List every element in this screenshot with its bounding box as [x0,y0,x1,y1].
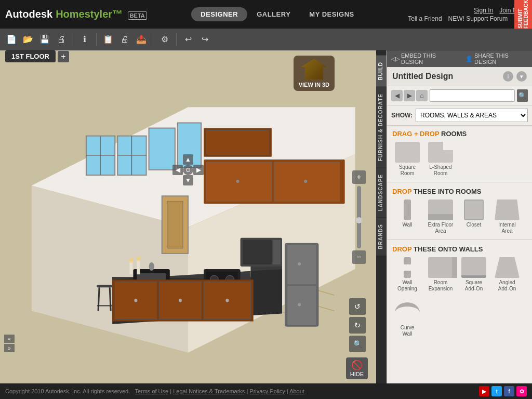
tab-landscape[interactable]: LANDSCAPE [376,168,387,217]
item-closet[interactable]: Closet [459,200,489,234]
copy-button[interactable]: 📋 [101,32,115,47]
search-go-button[interactable]: 🔍 [517,89,528,102]
item-internal-area[interactable]: InternalArea [492,200,522,234]
nav-left-button[interactable]: ◀ [172,165,183,175]
svg-point-45 [298,303,301,306]
svg-rect-43 [287,286,316,325]
nav-up-button[interactable]: ▲ [183,154,193,165]
search-nav: ◀ ▶ ⌂ [391,90,428,101]
rotate-cw-button[interactable]: ↻ [349,317,366,334]
show-label: SHOW: [391,112,413,119]
search-forward-button[interactable]: ▶ [404,90,415,101]
zoom-slider[interactable] [357,186,361,248]
nav-links: DESIGNER GALLERY MY DESIGNS [191,7,363,21]
support-forum-link[interactable]: NEW! Support Forum [448,15,508,22]
svg-rect-12 [149,128,175,170]
search-home-button[interactable]: ⌂ [416,90,428,101]
svg-rect-26 [206,130,269,155]
item-square-room[interactable]: SquareRoom [392,142,422,177]
item-curve-wall[interactable]: CurveWall [392,298,422,337]
sign-in-link[interactable]: Sign In [474,7,493,14]
logo-homestyler: Homestyler™ BETA [56,8,147,20]
svg-rect-39 [243,240,272,264]
collapse-down-button[interactable]: » [4,344,15,352]
undo-button[interactable]: ↩ [181,32,195,47]
export-button[interactable]: 📤 [134,32,149,47]
item-room-expansion[interactable]: RoomExpansion [425,257,456,292]
svg-rect-57 [129,261,132,274]
svg-line-54 [98,287,99,311]
item-wall-opening[interactable]: WallOpening [392,257,422,292]
collapse-up-button[interactable]: « [4,335,15,343]
design-title-bar: Untitled Design i ▾ [387,67,532,86]
zoom-in-button[interactable]: + [352,170,366,184]
svg-point-51 [179,299,182,302]
view-3d-button[interactable]: VIEW IN 3D [294,56,335,91]
nav-right-button[interactable]: ▶ [193,165,204,175]
new-button[interactable]: 📄 [4,32,19,47]
youtube-icon[interactable]: ▶ [479,386,489,396]
print-button[interactable]: 🖨 [54,32,69,47]
svg-rect-19 [167,201,183,248]
item-angled-addon[interactable]: AngledAdd-On [492,257,522,292]
nav-designer[interactable]: DESIGNER [191,7,247,21]
action-buttons: ↺ ↻ 🔍 [349,298,366,352]
facebook-icon[interactable]: f [504,386,514,396]
rotate-ccw-button[interactable]: ↺ [349,298,366,315]
design-options-button[interactable]: ▾ [516,71,527,82]
share2-button[interactable]: 🖨 [117,32,132,47]
share-button[interactable]: 👤 SHARE THIS DESIGN [466,52,528,65]
twitter-icon[interactable]: t [491,386,502,396]
search-back-button[interactable]: ◀ [391,90,403,101]
svg-point-52 [225,299,229,302]
svg-point-44 [298,262,301,265]
drop-walls-grid-2: CurveWall [387,296,532,341]
logo-beta: BETA [128,11,147,20]
section-drop-rooms-header: DROP THESE INTO ROOMS [387,183,532,197]
legal-link[interactable]: Legal Notices & Trademarks [173,388,245,394]
design-title: Untitled Design [392,72,453,81]
search-input[interactable] [430,89,515,102]
settings-button[interactable]: ⚙ [157,32,172,47]
item-wall[interactable]: Wall [392,200,422,234]
save-button[interactable]: 💾 [37,32,52,47]
title-icons: i ▾ [503,71,527,82]
main-area: VIEW IN 3D ▲ ▼ ◀ ▶ ⊙ + − ↺ ↻ 🔍 [0,50,532,383]
about-link[interactable]: About [289,388,304,394]
zoom-search-button[interactable]: 🔍 [349,336,366,352]
zoom-out-button[interactable]: − [352,250,366,264]
item-extra-floor[interactable]: Extra FloorArea [425,200,456,234]
show-dropdown[interactable]: ROOMS, WALLS & AREAS ALL WALLS ONLY ROOM… [416,109,528,122]
zoom-handle[interactable] [356,217,362,223]
nav-center-button[interactable]: ⊙ [183,165,193,175]
tell-friend-link[interactable]: Tell a Friend [408,15,442,22]
redo-button[interactable]: ↪ [197,32,212,47]
add-floor-button[interactable]: + [58,51,69,62]
design-info-button[interactable]: i [503,71,513,82]
privacy-link[interactable]: Privacy Policy [249,388,285,394]
side-tabs: BUILD FURNISH & DECORATE LANDSCAPE BRAND… [376,50,387,383]
nav-my-designs[interactable]: MY DESIGNS [300,7,363,21]
item-square-addon[interactable]: SquareAdd-On [459,257,489,292]
terms-link[interactable]: Terms of Use [135,388,168,394]
top-right-links: Sign In Join Now! Tell a Friend NEW! Sup… [408,7,527,22]
floor-label[interactable]: 1ST FLOOR [5,50,56,62]
info-button[interactable]: ℹ [77,32,92,47]
toolbar-separator-4 [176,33,177,46]
tab-build[interactable]: BUILD [376,56,387,87]
nav-gallery[interactable]: GALLERY [247,7,300,21]
flickr-icon[interactable]: ✿ [516,386,527,396]
svg-point-58 [129,258,133,263]
item-l-shaped-room[interactable]: L-ShapedRoom [425,142,456,177]
tab-furnish-decorate[interactable]: FURNISH & DECORATE [376,87,387,168]
social-icons: ▶ t f ✿ [479,386,527,396]
canvas-area[interactable]: VIEW IN 3D ▲ ▼ ◀ ▶ ⊙ + − ↺ ↻ 🔍 [0,50,376,383]
tab-brands[interactable]: BRANDS [376,218,387,256]
hide-button[interactable]: 🚫 HIDE [346,357,368,379]
embed-button[interactable]: ◁▷ EMBED THIS DESIGN [391,52,455,65]
svg-rect-40 [273,240,281,264]
nav-down-button[interactable]: ▼ [183,175,193,185]
open-button[interactable]: 📂 [21,32,35,47]
feedback-button[interactable]: SUBMIT FEEDBACK [514,0,532,29]
logo-autodesk: Autodesk [5,8,52,20]
